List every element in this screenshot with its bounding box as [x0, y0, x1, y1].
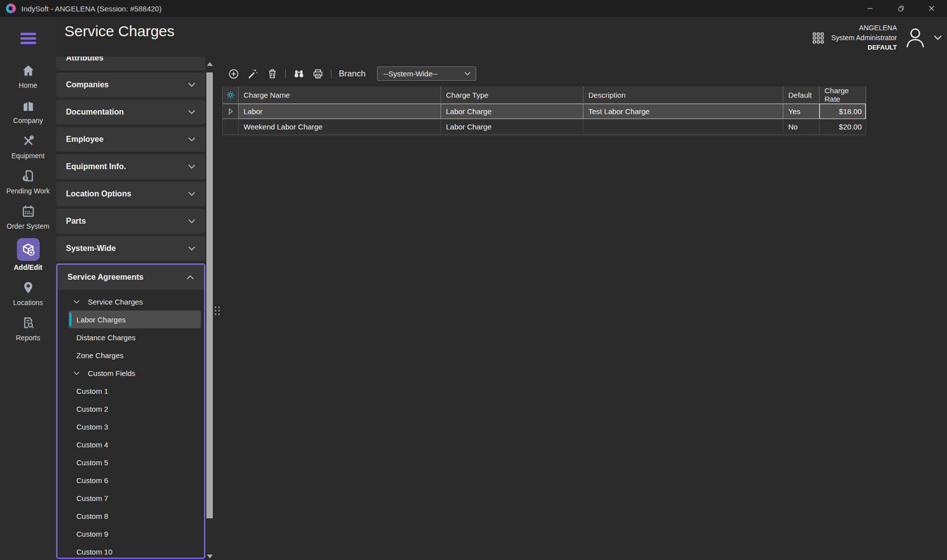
- accordion-section-documentation[interactable]: Documentation: [56, 100, 205, 124]
- chevron-down-icon: [73, 300, 80, 304]
- expand-arrow-icon: [228, 108, 234, 115]
- scrollbar-thumb[interactable]: [206, 72, 213, 518]
- tree-item-custom-9[interactable]: Custom 9: [58, 525, 204, 543]
- restore-button[interactable]: [885, 0, 916, 17]
- column-header-charge-rate[interactable]: Charge Rate: [820, 86, 866, 103]
- edit-wand-icon: [247, 68, 259, 80]
- grid-footer: [222, 134, 866, 136]
- tools-icon: [20, 132, 37, 149]
- row-indicator: [223, 119, 239, 134]
- accordion-section-location-options[interactable]: Location Options: [56, 182, 205, 206]
- app-window: IndySoft - ANGELENA (Session: #588420): [0, 0, 947, 560]
- edit-button[interactable]: [247, 67, 259, 80]
- column-header-description[interactable]: Description: [583, 86, 783, 103]
- cell-default: Yes: [783, 104, 820, 119]
- chevron-down-icon: [188, 219, 195, 224]
- chevron-down-icon: [188, 137, 195, 142]
- cell-description: [583, 119, 783, 134]
- tree-item-custom-3[interactable]: Custom 3: [58, 418, 204, 436]
- window-title: IndySoft - ANGELENA (Session: #588420): [21, 4, 162, 13]
- accordion-section-equipment-info[interactable]: Equipment Info.: [56, 154, 205, 179]
- titlebar: IndySoft - ANGELENA (Session: #588420): [0, 0, 947, 17]
- sidebar-item-locations[interactable]: Locations: [0, 279, 56, 308]
- add-button[interactable]: [227, 67, 240, 80]
- sidebar-item-order-system[interactable]: Order System: [0, 203, 56, 232]
- tree-item-labor-charges[interactable]: Labor Charges: [68, 311, 201, 328]
- service-agreements-tree: Service Charges Labor Charges Distance C…: [58, 293, 204, 559]
- tree-item-custom-5[interactable]: Custom 5: [58, 453, 204, 471]
- column-chooser-sun-icon: [226, 91, 235, 99]
- toolbar-divider: [285, 69, 286, 79]
- chevron-down-icon: [188, 82, 195, 87]
- sidebar-item-company[interactable]: Company: [0, 97, 56, 126]
- sidebar-item-label: Company: [13, 117, 43, 124]
- tree-item-custom-6[interactable]: Custom 6: [58, 471, 204, 489]
- grid-row-weekend-labor-charge[interactable]: Weekend Labor Charge Labor Charge No $20…: [222, 119, 866, 134]
- cube-plus-icon: [17, 238, 40, 261]
- find-button[interactable]: [292, 67, 305, 80]
- sidebar-item-label: Locations: [13, 299, 43, 307]
- row-expand-button[interactable]: [223, 104, 239, 119]
- accordion-section-service-agreements[interactable]: Service Agreements: [58, 265, 204, 290]
- minimize-button[interactable]: [855, 0, 885, 17]
- delete-button[interactable]: [266, 67, 279, 80]
- sidebar-item-pending-work[interactable]: $ Pending Work: [0, 168, 56, 196]
- accordion-section-system-wide[interactable]: System-Wide: [56, 236, 205, 261]
- scroll-up-arrow-icon[interactable]: [207, 62, 213, 66]
- accordion-section-companies[interactable]: Companies: [56, 72, 205, 97]
- branch-dropdown[interactable]: --System-Wide--: [377, 66, 476, 81]
- panel-splitter-handle[interactable]: [215, 307, 220, 315]
- tree-item-custom-1[interactable]: Custom 1: [58, 382, 204, 400]
- column-header-default[interactable]: Default: [783, 86, 820, 103]
- tree-item-custom-7[interactable]: Custom 7: [58, 489, 204, 507]
- sidebar-item-reports[interactable]: Reports: [0, 314, 56, 343]
- tree-item-custom-2[interactable]: Custom 2: [58, 400, 204, 418]
- cell-description: Test Labor Charge: [583, 104, 783, 119]
- tree-item-zone-charges[interactable]: Zone Charges: [58, 346, 204, 364]
- tree-item-custom-8[interactable]: Custom 8: [58, 507, 204, 525]
- scroll-down-arrow-icon[interactable]: [207, 555, 213, 559]
- grid-row-labor[interactable]: Labor Labor Charge Test Labor Charge Yes…: [222, 104, 866, 119]
- delete-trash-icon: [266, 68, 278, 80]
- menu-icon[interactable]: [20, 33, 36, 44]
- sidebar-item-label: Reports: [16, 334, 40, 342]
- column-header-charge-type[interactable]: Charge Type: [441, 86, 583, 103]
- calendar-icon: [20, 203, 37, 220]
- cell-charge-name: Labor: [239, 104, 441, 119]
- sidebar-item-label: Pending Work: [6, 187, 50, 195]
- sidebar-item-label: Home: [19, 81, 37, 89]
- accordion-section-attributes[interactable]: Attributes: [56, 57, 205, 70]
- sidebar-item-label: Order System: [6, 222, 49, 230]
- tree-group-service-charges[interactable]: Service Charges: [58, 293, 204, 311]
- sidebar-item-label: Add/Edit: [14, 263, 43, 271]
- sidebar-item-add-edit[interactable]: Add/Edit: [0, 238, 56, 273]
- tree-item-custom-4[interactable]: Custom 4: [58, 436, 204, 453]
- tree-item-distance-charges[interactable]: Distance Charges: [58, 328, 204, 346]
- chevron-down-icon: [188, 191, 195, 196]
- grid-header-row: Charge Name Charge Type Description Defa…: [222, 86, 866, 104]
- cell-charge-rate: $20.00: [820, 119, 866, 134]
- chevron-down-icon: [188, 246, 195, 251]
- accordion-section-employee[interactable]: Employee: [56, 127, 205, 152]
- main-content: Branch --System-Wide--: [222, 17, 947, 560]
- sidebar-item-equipment[interactable]: Equipment: [0, 132, 56, 161]
- cell-charge-type: Labor Charge: [441, 104, 583, 119]
- tree-item-custom-10[interactable]: Custom 10: [58, 543, 204, 559]
- close-button[interactable]: [916, 0, 947, 17]
- chevron-down-icon: [73, 371, 80, 375]
- sidebar-item-home[interactable]: Home: [0, 62, 56, 91]
- map-pin-icon: [20, 279, 37, 296]
- tree-group-custom-fields[interactable]: Custom Fields: [58, 364, 204, 382]
- svg-text:$: $: [24, 176, 26, 181]
- column-chooser-button[interactable]: [223, 86, 239, 103]
- column-header-charge-name[interactable]: Charge Name: [239, 86, 441, 103]
- accordion-section-parts[interactable]: Parts: [56, 209, 205, 234]
- page-title: Service Charges: [64, 23, 175, 40]
- find-binoculars-icon: [293, 67, 305, 80]
- minimize-icon: [867, 5, 873, 11]
- print-button[interactable]: [312, 67, 324, 80]
- sidebar-item-label: Equipment: [11, 152, 45, 160]
- restore-icon: [898, 5, 904, 12]
- chevron-up-icon: [187, 275, 194, 280]
- sidebar-nav: Home Company Equipment: [0, 62, 56, 343]
